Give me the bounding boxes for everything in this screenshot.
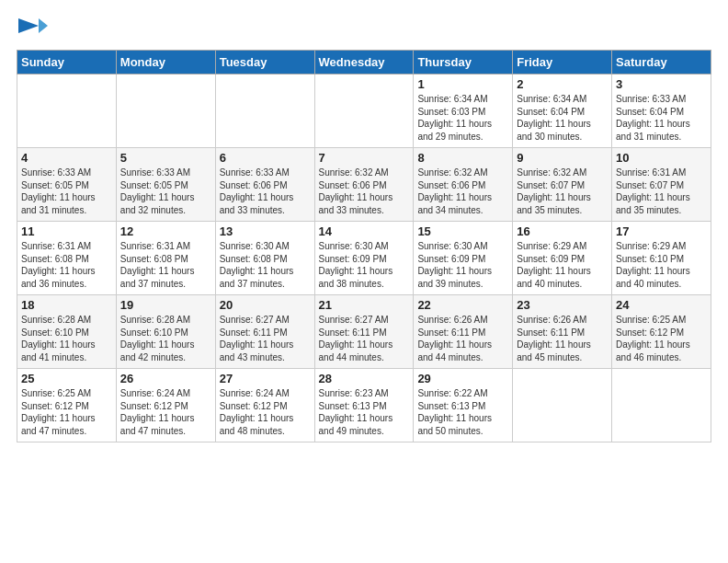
day-number: 13 bbox=[220, 224, 311, 238]
day-info: Sunrise: 6:22 AM Sunset: 6:13 PM Dayligh… bbox=[417, 387, 508, 437]
day-number: 16 bbox=[517, 224, 608, 238]
day-number: 18 bbox=[21, 298, 112, 312]
logo bbox=[17, 17, 48, 42]
day-cell bbox=[116, 75, 215, 148]
day-info: Sunrise: 6:23 AM Sunset: 6:13 PM Dayligh… bbox=[319, 387, 410, 437]
day-cell bbox=[314, 75, 414, 148]
day-info: Sunrise: 6:24 AM Sunset: 6:12 PM Dayligh… bbox=[120, 387, 211, 437]
weekday-friday: Friday bbox=[513, 51, 612, 75]
day-info: Sunrise: 6:31 AM Sunset: 6:08 PM Dayligh… bbox=[120, 240, 211, 290]
week-row-2: 4Sunrise: 6:33 AM Sunset: 6:05 PM Daylig… bbox=[17, 148, 711, 222]
day-cell: 21Sunrise: 6:27 AM Sunset: 6:11 PM Dayli… bbox=[314, 295, 414, 369]
day-number: 23 bbox=[517, 298, 608, 312]
day-cell: 11Sunrise: 6:31 AM Sunset: 6:08 PM Dayli… bbox=[17, 222, 117, 295]
day-info: Sunrise: 6:25 AM Sunset: 6:12 PM Dayligh… bbox=[21, 387, 112, 437]
day-info: Sunrise: 6:32 AM Sunset: 6:06 PM Dayligh… bbox=[319, 167, 410, 216]
day-number: 25 bbox=[21, 372, 112, 385]
day-number: 14 bbox=[319, 224, 410, 238]
day-cell bbox=[513, 369, 612, 442]
weekday-saturday: Saturday bbox=[612, 51, 711, 75]
week-row-3: 11Sunrise: 6:31 AM Sunset: 6:08 PM Dayli… bbox=[17, 222, 711, 295]
day-cell: 27Sunrise: 6:24 AM Sunset: 6:12 PM Dayli… bbox=[215, 369, 314, 442]
day-info: Sunrise: 6:24 AM Sunset: 6:12 PM Dayligh… bbox=[220, 387, 311, 437]
day-number: 7 bbox=[319, 151, 410, 165]
day-cell: 24Sunrise: 6:25 AM Sunset: 6:12 PM Dayli… bbox=[612, 295, 711, 369]
day-info: Sunrise: 6:30 AM Sunset: 6:09 PM Dayligh… bbox=[417, 240, 508, 290]
day-info: Sunrise: 6:30 AM Sunset: 6:09 PM Dayligh… bbox=[319, 240, 410, 290]
day-number: 22 bbox=[417, 298, 508, 312]
day-cell: 18Sunrise: 6:28 AM Sunset: 6:10 PM Dayli… bbox=[17, 295, 117, 369]
day-info: Sunrise: 6:28 AM Sunset: 6:10 PM Dayligh… bbox=[120, 314, 211, 363]
day-number: 3 bbox=[616, 77, 707, 91]
day-number: 19 bbox=[120, 298, 211, 312]
weekday-thursday: Thursday bbox=[414, 51, 513, 75]
weekday-tuesday: Tuesday bbox=[215, 51, 314, 75]
day-cell: 20Sunrise: 6:27 AM Sunset: 6:11 PM Dayli… bbox=[215, 295, 314, 369]
day-info: Sunrise: 6:32 AM Sunset: 6:07 PM Dayligh… bbox=[517, 167, 608, 216]
day-number: 20 bbox=[220, 298, 311, 312]
day-cell: 17Sunrise: 6:29 AM Sunset: 6:10 PM Dayli… bbox=[612, 222, 711, 295]
day-cell: 4Sunrise: 6:33 AM Sunset: 6:05 PM Daylig… bbox=[17, 148, 117, 222]
day-info: Sunrise: 6:31 AM Sunset: 6:08 PM Dayligh… bbox=[21, 240, 112, 290]
day-number: 6 bbox=[220, 151, 311, 165]
day-info: Sunrise: 6:33 AM Sunset: 6:06 PM Dayligh… bbox=[220, 167, 311, 216]
day-cell: 9Sunrise: 6:32 AM Sunset: 6:07 PM Daylig… bbox=[513, 148, 612, 222]
day-number: 21 bbox=[319, 298, 410, 312]
day-number: 15 bbox=[417, 224, 508, 238]
day-cell: 16Sunrise: 6:29 AM Sunset: 6:09 PM Dayli… bbox=[513, 222, 612, 295]
day-cell: 25Sunrise: 6:25 AM Sunset: 6:12 PM Dayli… bbox=[17, 369, 117, 442]
header bbox=[17, 17, 711, 42]
day-cell: 14Sunrise: 6:30 AM Sunset: 6:09 PM Dayli… bbox=[314, 222, 414, 295]
day-info: Sunrise: 6:29 AM Sunset: 6:10 PM Dayligh… bbox=[616, 240, 707, 290]
day-info: Sunrise: 6:34 AM Sunset: 6:03 PM Dayligh… bbox=[417, 93, 508, 143]
day-number: 4 bbox=[21, 151, 112, 165]
day-cell: 8Sunrise: 6:32 AM Sunset: 6:06 PM Daylig… bbox=[414, 148, 513, 222]
day-info: Sunrise: 6:33 AM Sunset: 6:04 PM Dayligh… bbox=[616, 93, 707, 143]
svg-marker-0 bbox=[18, 18, 39, 33]
day-info: Sunrise: 6:33 AM Sunset: 6:05 PM Dayligh… bbox=[120, 167, 211, 216]
day-cell: 7Sunrise: 6:32 AM Sunset: 6:06 PM Daylig… bbox=[314, 148, 414, 222]
day-number: 8 bbox=[417, 151, 508, 165]
logo-icon bbox=[18, 13, 48, 42]
day-cell: 2Sunrise: 6:34 AM Sunset: 6:04 PM Daylig… bbox=[513, 75, 612, 148]
day-cell: 1Sunrise: 6:34 AM Sunset: 6:03 PM Daylig… bbox=[414, 75, 513, 148]
day-cell: 10Sunrise: 6:31 AM Sunset: 6:07 PM Dayli… bbox=[612, 148, 711, 222]
day-cell: 23Sunrise: 6:26 AM Sunset: 6:11 PM Dayli… bbox=[513, 295, 612, 369]
day-cell: 26Sunrise: 6:24 AM Sunset: 6:12 PM Dayli… bbox=[116, 369, 215, 442]
day-info: Sunrise: 6:26 AM Sunset: 6:11 PM Dayligh… bbox=[517, 314, 608, 363]
weekday-sunday: Sunday bbox=[17, 51, 117, 75]
day-cell: 5Sunrise: 6:33 AM Sunset: 6:05 PM Daylig… bbox=[116, 148, 215, 222]
day-cell bbox=[17, 75, 117, 148]
day-cell: 28Sunrise: 6:23 AM Sunset: 6:13 PM Dayli… bbox=[314, 369, 414, 442]
day-info: Sunrise: 6:33 AM Sunset: 6:05 PM Dayligh… bbox=[21, 167, 112, 216]
day-cell: 15Sunrise: 6:30 AM Sunset: 6:09 PM Dayli… bbox=[414, 222, 513, 295]
day-number: 12 bbox=[120, 224, 211, 238]
week-row-4: 18Sunrise: 6:28 AM Sunset: 6:10 PM Dayli… bbox=[17, 295, 711, 369]
day-number: 24 bbox=[616, 298, 707, 312]
day-number: 26 bbox=[120, 372, 211, 385]
day-number: 5 bbox=[120, 151, 211, 165]
day-cell bbox=[612, 369, 711, 442]
day-number: 17 bbox=[616, 224, 707, 238]
svg-marker-1 bbox=[39, 18, 48, 33]
day-info: Sunrise: 6:32 AM Sunset: 6:06 PM Dayligh… bbox=[417, 167, 508, 216]
calendar-table: SundayMondayTuesdayWednesdayThursdayFrid… bbox=[17, 50, 711, 442]
day-cell: 22Sunrise: 6:26 AM Sunset: 6:11 PM Dayli… bbox=[414, 295, 513, 369]
day-number: 9 bbox=[517, 151, 608, 165]
day-info: Sunrise: 6:29 AM Sunset: 6:09 PM Dayligh… bbox=[517, 240, 608, 290]
day-number: 10 bbox=[616, 151, 707, 165]
day-cell: 29Sunrise: 6:22 AM Sunset: 6:13 PM Dayli… bbox=[414, 369, 513, 442]
day-info: Sunrise: 6:27 AM Sunset: 6:11 PM Dayligh… bbox=[319, 314, 410, 363]
day-number: 2 bbox=[517, 77, 608, 91]
day-cell: 3Sunrise: 6:33 AM Sunset: 6:04 PM Daylig… bbox=[612, 75, 711, 148]
day-cell: 6Sunrise: 6:33 AM Sunset: 6:06 PM Daylig… bbox=[215, 148, 314, 222]
day-cell: 13Sunrise: 6:30 AM Sunset: 6:08 PM Dayli… bbox=[215, 222, 314, 295]
day-number: 28 bbox=[319, 372, 410, 385]
day-number: 11 bbox=[21, 224, 112, 238]
day-info: Sunrise: 6:25 AM Sunset: 6:12 PM Dayligh… bbox=[616, 314, 707, 363]
day-number: 29 bbox=[417, 372, 508, 385]
day-info: Sunrise: 6:27 AM Sunset: 6:11 PM Dayligh… bbox=[220, 314, 311, 363]
day-info: Sunrise: 6:26 AM Sunset: 6:11 PM Dayligh… bbox=[417, 314, 508, 363]
week-row-5: 25Sunrise: 6:25 AM Sunset: 6:12 PM Dayli… bbox=[17, 369, 711, 442]
day-number: 27 bbox=[220, 372, 311, 385]
